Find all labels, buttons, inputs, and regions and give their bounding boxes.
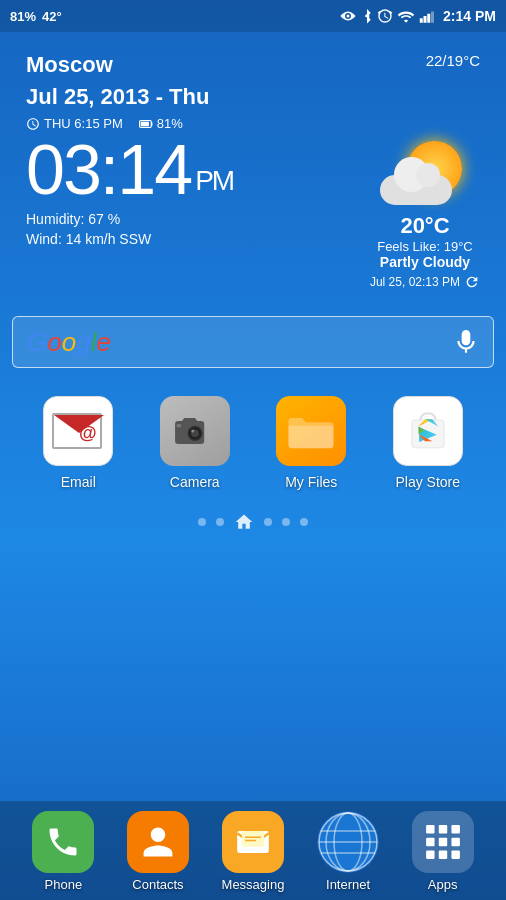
search-bar[interactable]: Google [12, 316, 494, 368]
cloud-icon [380, 175, 452, 205]
home-dot[interactable] [234, 512, 254, 532]
internet-app-icon [317, 811, 379, 873]
playstore-app-icon [393, 396, 463, 466]
playstore-label: Play Store [395, 474, 460, 490]
weather-widget: Moscow 22/19°C Jul 25, 2013 - Thu THU 6:… [12, 40, 494, 302]
svg-rect-1 [424, 16, 427, 23]
contacts-app-icon [127, 811, 189, 873]
myfiles-label: My Files [285, 474, 337, 490]
myfiles-app-icon [276, 396, 346, 466]
status-time: 2:14 PM [443, 8, 496, 24]
email-app-icon: @ [43, 396, 113, 466]
wind: Wind: 14 km/h SSW [26, 231, 370, 247]
status-left: 81% 42° [10, 9, 62, 24]
weather-date: Jul 25, 2013 - Thu [26, 84, 480, 110]
weather-middle: 03:14 PM Humidity: 67 % Wind: 14 km/h SS… [26, 135, 480, 290]
apps-app-icon [412, 811, 474, 873]
dock-item-messaging[interactable]: Messaging [222, 811, 285, 892]
phone-label: Phone [45, 877, 83, 892]
svg-rect-33 [451, 838, 459, 846]
app-item-playstore[interactable]: Play Store [384, 396, 472, 490]
page-dot-2[interactable] [216, 518, 224, 526]
eye-icon [339, 9, 357, 23]
dock-item-internet[interactable]: Internet [317, 811, 379, 892]
page-dot-4[interactable] [282, 518, 290, 526]
temp-range: 22/19°C [426, 52, 480, 69]
svg-rect-29 [438, 825, 446, 833]
page-dots [0, 500, 506, 544]
signal-icon [419, 9, 437, 23]
email-label: Email [61, 474, 96, 490]
bluetooth-icon [361, 7, 373, 25]
svg-rect-0 [420, 18, 423, 23]
wifi-icon [397, 9, 415, 23]
alarm-icon [377, 8, 393, 24]
playstore-svg [406, 409, 450, 453]
weather-left: 03:14 PM Humidity: 67 % Wind: 14 km/h SS… [26, 135, 370, 247]
battery-item: 81% [139, 116, 183, 131]
page-dot-5[interactable] [300, 518, 308, 526]
app-item-email[interactable]: @ Email [34, 396, 122, 490]
camera-svg [172, 411, 218, 451]
dock-item-apps[interactable]: Apps [412, 811, 474, 892]
camera-label: Camera [170, 474, 220, 490]
big-time: 03:14 PM [26, 135, 370, 205]
page-dot-3[interactable] [264, 518, 272, 526]
camera-app-icon [160, 396, 230, 466]
messaging-svg [234, 823, 272, 861]
refresh-icon[interactable] [464, 274, 480, 290]
messaging-app-icon [222, 811, 284, 873]
feels-like: Feels Like: 19°C [377, 239, 473, 254]
svg-rect-34 [426, 850, 434, 858]
status-right: 2:14 PM [339, 7, 496, 25]
svg-rect-5 [141, 121, 149, 126]
weather-right: 20°C Feels Like: 19°C Partly Cloudy Jul … [370, 135, 480, 290]
current-temp: 20°C [400, 213, 449, 239]
svg-rect-35 [438, 850, 446, 858]
svg-rect-2 [427, 14, 430, 23]
apps-grid-svg [424, 823, 462, 861]
update-line: Jul 25, 02:13 PM [370, 274, 480, 290]
messaging-label: Messaging [222, 877, 285, 892]
small-alarm-icon [26, 117, 40, 131]
city-name: Moscow [26, 52, 113, 78]
battery-level: 81% [157, 116, 183, 131]
time-digits: 03:14 [26, 135, 191, 205]
apps-label: Apps [428, 877, 458, 892]
folder-svg [285, 409, 337, 453]
phone-svg [45, 824, 81, 860]
svg-rect-30 [451, 825, 459, 833]
app-item-myfiles[interactable]: My Files [267, 396, 355, 490]
ampm: PM [195, 167, 233, 195]
weather-top: Moscow 22/19°C [26, 52, 480, 78]
status-icons [339, 7, 437, 25]
condition: Partly Cloudy [380, 254, 470, 270]
home-icon [234, 512, 254, 532]
dock-item-phone[interactable]: Phone [32, 811, 94, 892]
contacts-svg [140, 824, 176, 860]
contacts-label: Contacts [132, 877, 183, 892]
search-bar-container: Google [12, 316, 494, 368]
status-bar: 81% 42° [0, 0, 506, 32]
page-dot-1[interactable] [198, 518, 206, 526]
alarm-item: THU 6:15 PM [26, 116, 123, 131]
phone-app-icon [32, 811, 94, 873]
battery-percent: 81% [10, 9, 36, 24]
svg-rect-32 [438, 838, 446, 846]
svg-point-10 [191, 429, 194, 432]
temperature: 42° [42, 9, 62, 24]
dock: Phone Contacts Messaging [0, 801, 506, 900]
dock-item-contacts[interactable]: Contacts [127, 811, 189, 892]
globe-svg [317, 811, 379, 873]
google-logo: Google [27, 327, 111, 358]
svg-rect-11 [176, 424, 181, 427]
app-grid: @ Email Camera My Files [0, 378, 506, 500]
microphone-icon[interactable] [453, 329, 479, 355]
internet-label: Internet [326, 877, 370, 892]
weather-icon [380, 139, 470, 209]
small-battery-icon [139, 119, 153, 129]
svg-rect-28 [426, 825, 434, 833]
svg-rect-3 [431, 12, 434, 23]
svg-rect-6 [151, 122, 152, 126]
app-item-camera[interactable]: Camera [151, 396, 239, 490]
